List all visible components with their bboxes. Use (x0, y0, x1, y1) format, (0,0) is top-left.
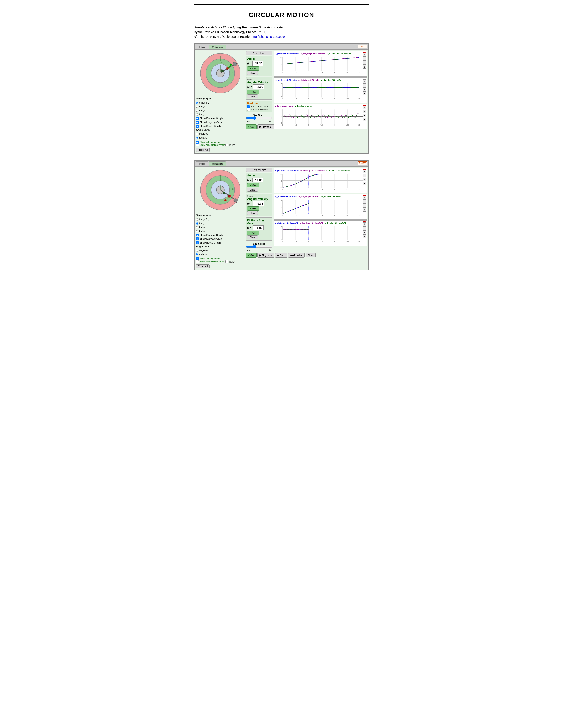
angle-clear-btn-2[interactable]: Clear (247, 188, 258, 192)
check-ladybug-graph-2[interactable]: Show Ladybug Graph (196, 237, 244, 241)
reset-all-btn-2[interactable]: Reset All (196, 264, 209, 268)
show-velocity-label-1[interactable]: Show Velocity Vector (199, 141, 220, 143)
reset-all-btn-1[interactable]: Reset All (196, 148, 209, 152)
angle-value-1[interactable]: 33.30 (252, 61, 263, 66)
degrees-radio-1[interactable]: degrees (196, 132, 244, 136)
angle-graph-label2-1: θ_ladybug= 33.32 radians (301, 53, 325, 55)
angle-eq-1: θ = 33.30 (247, 61, 271, 66)
radio-option-1-1[interactable]: θ,ω,x & y (196, 101, 244, 105)
angle-value-2[interactable]: 12.88 (252, 178, 263, 182)
scroll-right-2-1[interactable]: ▶ (363, 91, 366, 95)
scroll-left-2-2[interactable]: ◀ (363, 204, 366, 208)
subtitle-bold: Simulation Activity #6: Ladybug Revoluti… (194, 26, 258, 29)
scroll-down-3-2[interactable]: - (363, 226, 366, 230)
radio-option-2-2[interactable]: θ,ω,α (196, 221, 244, 225)
position-section-1: Position Show X-Position Show Y-Position (246, 101, 272, 112)
ang-vel-value-2[interactable]: 5.08 (253, 201, 264, 206)
scroll-right-1-2[interactable]: ▶ (363, 182, 366, 185)
scroll-right-2-2[interactable]: ▶ (363, 208, 366, 212)
angle-graph-label3-2: = 12.88 radians (336, 169, 351, 172)
scroll-down-3-1[interactable]: - (363, 110, 366, 113)
svg-text:time (s): time (s) (320, 216, 326, 216)
angle-graph-scroll-1: + - ◀ ▶ (363, 53, 366, 69)
platform-ang-accel-value-2[interactable]: 1.00 (252, 225, 263, 230)
ang-vel-go-btn-1[interactable]: ✔ Go! (247, 90, 259, 94)
angle-go-btn-2[interactable]: ✔ Go! (247, 183, 259, 187)
check-velocity-1[interactable]: Show Velocity Vector (196, 141, 220, 144)
angvel-graph-1: ω_platform= 2.00 rad/s ω_ladybug= 2.00 r… (274, 77, 367, 103)
check-ruler-2[interactable]: Ruler (225, 260, 235, 263)
radio-option-2-1[interactable]: θ,ω,x & y (196, 218, 244, 221)
platform-ang-accel-go-btn-2[interactable]: ✔ Go! (247, 231, 259, 235)
symbol-key-btn-2[interactable]: Symbol Key (246, 168, 272, 172)
pos-check-x-1[interactable]: Show X-Position (247, 105, 271, 108)
angle-symbol-2: θ (247, 178, 249, 182)
ang-vel-go-btn-2[interactable]: ✔ Go! (247, 206, 259, 211)
scroll-right-1-1[interactable]: ▶ (363, 65, 366, 69)
scroll-down-1-2[interactable]: - (363, 174, 366, 177)
check-platform-graph-1[interactable]: Show Platform Graph (196, 116, 244, 120)
scroll-right-3-1[interactable]: ▶ (363, 118, 366, 121)
ang-vel-value-1[interactable]: 2.00 (253, 84, 264, 89)
angaccel-graph-scroll-2: + - ◀ ▶ (363, 222, 366, 238)
scroll-left-1-1[interactable]: ◀ (363, 61, 366, 65)
pb-playback-btn-1[interactable]: ▶ Playback (257, 124, 274, 129)
show-velocity-label-2[interactable]: Show Velocity Vector (199, 257, 220, 260)
scroll-up-1-2[interactable]: + (363, 170, 366, 173)
pb-go-btn-2[interactable]: ✔ Go! (246, 253, 256, 258)
scroll-down-2-2[interactable]: - (363, 200, 366, 204)
scroll-up-3-1[interactable]: + (363, 106, 366, 109)
scroll-right-3-2[interactable]: ▶ (363, 234, 366, 238)
tab-intro-2[interactable]: Intro (195, 161, 208, 166)
check-ruler-1[interactable]: Ruler (225, 144, 235, 146)
check-beetle-graph-2[interactable]: Show Beetle Graph (196, 241, 244, 245)
ang-vel-clear-btn-1[interactable]: Clear (247, 94, 258, 98)
tab-rotation-2[interactable]: Rotation (209, 161, 226, 166)
angaccel-graph-2: α_platform= 1.00 rad/s^2 α_ladybug= 1.00… (274, 220, 367, 246)
degrees-radio-2[interactable]: degrees (196, 249, 244, 253)
symbol-key-btn-1[interactable]: Symbol Key (246, 51, 272, 55)
radio-option-2-3[interactable]: θ,ω,v (196, 225, 244, 229)
sim-speed-slider-1[interactable] (246, 116, 272, 120)
ang-vel-clear-btn-2[interactable]: Clear (247, 211, 258, 215)
scroll-up-3-2[interactable]: + (363, 222, 366, 226)
check-beetle-graph-1[interactable]: Show Beetle Graph (196, 124, 244, 128)
radio-option-1-4[interactable]: θ,ω,a (196, 113, 244, 116)
scroll-left-3-1[interactable]: ◀ (363, 114, 366, 117)
scroll-down-2-1[interactable]: - (363, 83, 366, 87)
check-ladybug-graph-1[interactable]: Show Ladybug Graph (196, 120, 244, 124)
check-acceleration-2[interactable]: Show Acceleration Vector (196, 260, 224, 263)
scroll-up-2-1[interactable]: + (363, 79, 366, 83)
sim-speed-slider-2[interactable] (246, 245, 272, 248)
scroll-down-1-1[interactable]: - (363, 57, 366, 61)
scroll-left-3-2[interactable]: ◀ (363, 230, 366, 234)
pos-check-y-1[interactable]: Show Y-Position (247, 108, 271, 111)
angle-clear-btn-1[interactable]: Clear (247, 71, 258, 75)
svg-text:5: 5 (308, 71, 309, 73)
scroll-up-2-2[interactable]: + (363, 196, 366, 200)
phet-link[interactable]: http://phet.colorado.edu/ (252, 35, 285, 38)
radians-radio-2[interactable]: radians (196, 252, 244, 256)
show-accel-label-1[interactable]: Show Acceleration Vector (199, 144, 224, 146)
angle-go-btn-1[interactable]: ✔ Go! (247, 66, 259, 71)
check-platform-graph-2[interactable]: Show Platform Graph (196, 233, 244, 237)
platform-ang-accel-clear-btn-2[interactable]: Clear (247, 235, 258, 239)
svg-text:0: 0 (281, 180, 282, 182)
svg-text:-5: -5 (281, 96, 283, 98)
tab-intro-1[interactable]: Intro (195, 45, 208, 49)
scroll-left-2-1[interactable]: ◀ (363, 87, 366, 91)
scroll-up-1-1[interactable]: + (363, 53, 366, 57)
scroll-left-1-2[interactable]: ◀ (363, 178, 366, 181)
radio-option-1-3[interactable]: θ,ω,v (196, 109, 244, 113)
radians-radio-1[interactable]: radians (196, 136, 244, 140)
pb-go-btn-1[interactable]: ✔ Go! (246, 124, 256, 129)
show-accel-label-2[interactable]: Show Acceleration Vector (199, 260, 224, 263)
pb-playback-btn-2[interactable]: ▶ Playback (257, 253, 274, 258)
speed-labels-2: slow fast (246, 249, 272, 251)
check-acceleration-1[interactable]: Show Acceleration Vector (196, 144, 224, 146)
radio-option-1-2[interactable]: θ,ω,α (196, 105, 244, 109)
check-velocity-2[interactable]: Show Velocity Vector (196, 257, 220, 260)
radio-option-2-4[interactable]: θ,ω,a (196, 229, 244, 233)
svg-text:5: 5 (281, 83, 282, 85)
tab-rotation-1[interactable]: Rotation (209, 45, 226, 49)
